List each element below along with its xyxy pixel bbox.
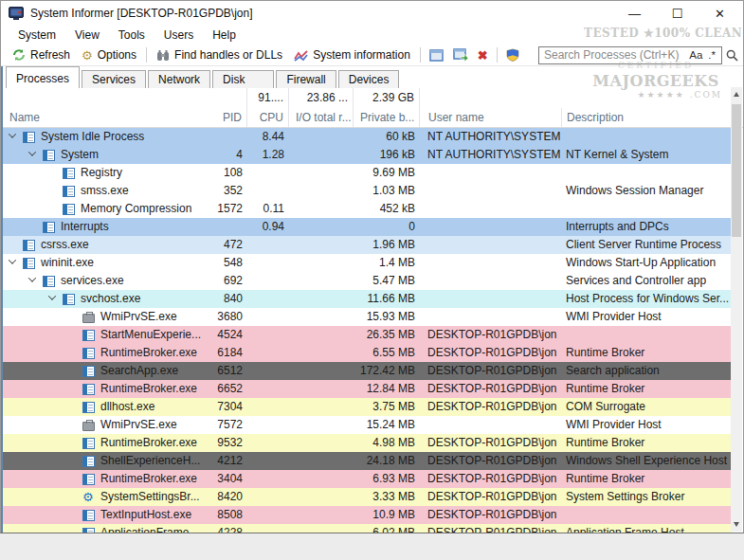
expand-chevron-icon[interactable] [9,130,16,137]
process-pid: 8420 [213,488,247,506]
process-user [420,308,562,326]
process-row[interactable]: Memory Compression15720.11452 kB [3,200,732,218]
private-total: 2.39 GB [354,88,420,108]
process-row[interactable]: RuntimeBroker.exe61846.55 MBDESKTOP-R01G… [3,344,732,362]
default-process-icon [82,330,95,341]
process-name: Registry [81,164,122,182]
column-pid[interactable]: PID [213,108,247,127]
process-row[interactable]: ⚙SystemSettingsBr...84203.33 MBDESKTOP-R… [3,488,732,506]
default-process-icon [82,474,95,485]
column-private[interactable]: Private b... [354,108,420,127]
process-cpu [247,488,289,506]
column-name[interactable]: Name [3,108,213,127]
process-pid [213,128,247,146]
process-row[interactable]: WmiPrvSE.exe757215.24 MBWMI Provider Hos… [3,416,732,434]
process-row[interactable]: ApplicationFrame...42286.02 MBDESKTOP-R0… [3,524,732,533]
minimize-button[interactable]: — [613,1,656,26]
options-button[interactable]: ⚙ Options [76,46,142,63]
process-private-bytes: 15.24 MB [354,416,420,434]
show-details-all-users-button[interactable] [501,46,524,63]
find-handles-button[interactable]: Find handles or DLLs [151,46,288,63]
default-process-icon [43,276,55,287]
default-process-icon [23,240,35,251]
process-cpu [247,236,289,254]
new-window-button[interactable] [448,46,473,63]
default-process-icon [82,348,95,359]
maximize-button[interactable]: ☐ [656,1,699,26]
expand-chevron-icon[interactable] [9,256,16,263]
process-row[interactable]: RuntimeBroker.exe34046.93 MBDESKTOP-R01G… [3,470,732,488]
terminate-icon-button[interactable]: ✖ [473,46,493,64]
process-row[interactable]: Registry1089.69 MB [3,164,732,182]
menu-view[interactable]: View [65,27,109,45]
process-row[interactable]: csrss.exe4721.96 MBClient Server Runtime… [3,236,732,254]
close-button[interactable]: ✕ [699,1,741,26]
search-input[interactable] [544,48,686,62]
io-total: 23.86 ... [289,88,354,108]
scrollbar-thumb[interactable] [732,104,741,237]
default-process-icon [43,150,55,161]
system-information-label: System information [313,48,410,62]
tab-network[interactable]: Network [148,70,210,88]
search-icon[interactable] [726,49,738,62]
tab-processes[interactable]: Processes [6,66,80,88]
process-row[interactable]: ShellExperienceH...421224.18 MBDESKTOP-R… [3,452,732,470]
default-process-icon [82,366,95,377]
process-row[interactable]: services.exe6925.47 MBServices and Contr… [3,272,732,290]
expand-chevron-icon[interactable] [48,292,56,299]
process-row[interactable]: RuntimeBroker.exe95324.98 MBDESKTOP-R01G… [3,434,732,452]
vertical-scrollbar[interactable] [731,87,742,532]
graph-icon [294,49,308,62]
process-row[interactable]: Interrupts0.940Interrupts and DPCs [3,218,732,236]
process-row[interactable]: dllhost.exe73043.75 MBDESKTOP-R01GPDB\jo… [3,398,732,416]
process-row[interactable]: RuntimeBroker.exe665212.84 MBDESKTOP-R01… [3,380,732,398]
process-io [289,164,354,182]
process-row[interactable]: System41.28196 kBNT AUTHORITY\SYSTEMNT K… [3,146,732,164]
match-case-toggle[interactable]: Aa [686,49,705,61]
menu-help[interactable]: Help [203,27,245,45]
regex-toggle[interactable]: .* [705,49,718,61]
tab-disk[interactable]: Disk [212,70,274,88]
always-on-top-button[interactable] [425,47,448,63]
process-pid: 4228 [213,524,247,533]
process-pid: 7304 [213,398,247,416]
menu-system[interactable]: System [9,27,65,45]
column-description[interactable]: Description [562,108,743,127]
refresh-button[interactable]: Refresh [7,46,76,63]
menu-users[interactable]: Users [154,27,203,45]
menu-tools[interactable]: Tools [109,27,154,45]
process-row[interactable]: WmiPrvSE.exe368015.93 MBWMI Provider Hos… [3,308,732,326]
scroll-down-arrow[interactable] [731,517,742,532]
process-description: Search application [562,362,732,380]
column-user[interactable]: User name [420,108,562,127]
expand-chevron-icon[interactable] [28,148,36,155]
process-cpu [247,326,289,344]
process-row[interactable]: svchost.exe84011.66 MBHost Process for W… [3,290,732,308]
tab-services[interactable]: Services [82,70,146,88]
tab-firewall[interactable]: Firewall [276,70,336,88]
process-io [289,416,354,434]
process-user: DESKTOP-R01GPDB\jon [420,362,562,380]
process-name: TextInputHost.exe [100,506,191,524]
process-cpu [247,182,289,200]
process-row[interactable]: smss.exe3521.03 MBWindows Session Manage… [3,182,732,200]
process-private-bytes: 4.98 MB [354,434,420,452]
process-row[interactable]: System Idle Process8.4460 kBNT AUTHORITY… [3,128,732,146]
scroll-up-arrow[interactable] [731,87,742,101]
process-row[interactable]: TextInputHost.exe850810.9 MBDESKTOP-R01G… [3,506,732,524]
expand-chevron-icon[interactable] [28,274,36,281]
app-window: System Informer [DESKTOP-R01GPDB\jon] — … [0,0,744,533]
process-io [289,128,354,146]
toolbar-separator [497,47,498,63]
process-row[interactable]: StartMenuExperie...452426.35 MBDESKTOP-R… [3,326,732,344]
system-information-button[interactable]: System information [288,46,416,63]
tab-devices[interactable]: Devices [338,70,400,88]
process-description [562,128,732,146]
process-row[interactable]: wininit.exe5481.4 MBWindows Start-Up App… [3,254,732,272]
process-row[interactable]: SearchApp.exe6512172.42 MBDESKTOP-R01GPD… [3,362,732,380]
column-io[interactable]: I/O total r... [289,108,354,127]
column-cpu[interactable]: CPU [247,108,289,127]
process-user [420,182,562,200]
process-private-bytes: 3.75 MB [354,398,420,416]
process-io [289,488,354,506]
